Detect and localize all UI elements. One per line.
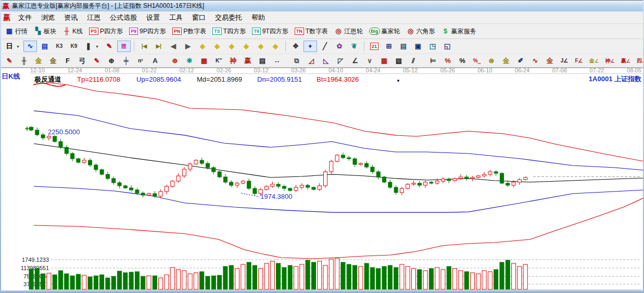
report-list-button[interactable]: ▤ <box>38 41 52 52</box>
last-page-button[interactable]: ▶| <box>152 41 166 52</box>
menu-item-news[interactable]: 资讯 <box>59 12 82 23</box>
trendline-lock-button[interactable]: ╱ <box>318 41 332 52</box>
k9-chart-button[interactable]: K9 <box>67 41 81 52</box>
grid-red-button[interactable]: ▦ <box>377 55 391 67</box>
win-angle-button[interactable]: 赢∠ <box>618 55 633 67</box>
percent-lines-button[interactable]: %‗ <box>470 55 484 67</box>
wave-lines-button[interactable]: ∿ <box>528 55 542 67</box>
kline-chart[interactable]: 12-1012-2401-0801-2202-1202-2603-1203-26… <box>0 68 644 293</box>
menu-item-tools[interactable]: 工具 <box>165 12 187 23</box>
bow-lines-button[interactable]: 弓 <box>75 55 89 67</box>
candle-style-dropdown-icon[interactable]: ▼ <box>95 45 99 48</box>
f-lines-button[interactable]: F <box>61 55 74 67</box>
draw-pencil-button[interactable]: ✎ <box>90 55 104 67</box>
gann-wheel-button[interactable]: ◎江恩轮 <box>332 26 365 37</box>
zoom-right-button[interactable]: ◈ <box>210 41 224 52</box>
chart-area[interactable]: 12-1012-2401-0801-2202-1202-2603-1203-26… <box>0 68 644 293</box>
chart-figure-button[interactable]: ✎ <box>103 41 116 52</box>
golden-lines-2-button[interactable]: 金 <box>46 55 60 67</box>
crosshair-tool-button[interactable]: + <box>304 41 317 52</box>
remote-pc-button[interactable]: ◱ <box>440 41 454 52</box>
kline-button[interactable]: ╫K线 <box>60 26 85 37</box>
shen-angle-button[interactable]: 神∠ <box>602 55 617 67</box>
candle-style-button[interactable]: ❚▼ <box>82 41 102 52</box>
pattern-tool-button[interactable]: ❦ <box>347 41 361 52</box>
menu-item-file[interactable]: 文件 <box>14 12 36 23</box>
price-bars-button[interactable]: ⊨ <box>426 55 440 67</box>
menu-item-window[interactable]: 窗口 <box>187 12 210 23</box>
k3-chart-button[interactable]: K3 <box>53 41 66 52</box>
j-angle-button[interactable]: J∠ <box>558 55 571 67</box>
menu-item-help[interactable]: 帮助 <box>247 12 270 23</box>
period-day-dropdown-icon[interactable]: ▼ <box>16 45 20 48</box>
golden-section-button[interactable]: 金 <box>499 55 513 67</box>
angle-lines-button[interactable]: ∠ <box>348 55 362 67</box>
p-number-table-button[interactable]: PNP数字表 <box>170 26 209 37</box>
title-bar[interactable]: 赢 赢家江恩专业版[赢家内部服务平台] - [上证指数 SH1A0001-167… <box>0 0 644 11</box>
hash-lines-button[interactable]: ╪ <box>119 55 133 67</box>
golden-wave-button[interactable]: 金 <box>543 55 557 67</box>
calculator-button[interactable]: ⊞ <box>382 41 396 52</box>
a-line-button[interactable]: A <box>148 55 162 67</box>
prev-page-button[interactable]: ◀ <box>167 41 180 52</box>
fan-box-button[interactable]: ◸ <box>334 55 347 67</box>
gann-box-button[interactable]: ⧉ <box>290 55 304 67</box>
win-lines-button[interactable]: 赢 <box>241 55 255 67</box>
hexagon-button[interactable]: ◎六角形 <box>404 26 438 37</box>
zoom-vertical-button[interactable]: ◈ <box>254 41 268 52</box>
first-page-button[interactable]: |◀ <box>137 41 151 52</box>
gann-star-button[interactable]: ❋ <box>183 55 196 67</box>
quotes-button[interactable]: ▦行情 <box>3 26 30 37</box>
calendar-button[interactable]: 21 <box>368 41 381 52</box>
gann-grid-square-button[interactable]: ▩ <box>197 55 211 67</box>
t-square-button[interactable]: TST四方形 <box>210 26 248 37</box>
percent-retrace-button[interactable]: % <box>441 55 454 67</box>
shen-lines-button[interactable]: 神 <box>226 55 240 67</box>
hand-tool-button[interactable]: ✥ <box>289 41 302 52</box>
golden-lines-button[interactable]: 金 <box>32 55 45 67</box>
gold-angle-button[interactable]: 金∠ <box>587 55 601 67</box>
zoom-compress-button[interactable]: ◈ <box>239 41 253 52</box>
next-page-button[interactable]: ▶ <box>181 41 195 52</box>
9p-square-button[interactable]: P99P四方形 <box>127 26 169 37</box>
gann-circle-button[interactable]: ⊕ <box>168 55 182 67</box>
v-lines-button[interactable]: ∨ <box>363 55 376 67</box>
menu-item-trade-entrust[interactable]: 交易委托 <box>210 12 247 23</box>
f-angle-button[interactable]: F∠ <box>572 55 586 67</box>
circle-ruler-button[interactable]: ⊕ <box>105 55 118 67</box>
zoom-expand-button[interactable]: ◈ <box>269 41 282 52</box>
zoom-horizontal-button[interactable]: ◈ <box>225 41 238 52</box>
gann-lines-button[interactable]: ╫ <box>17 55 31 67</box>
color-histogram-button[interactable]: ≣ <box>117 41 131 52</box>
k-quote-button[interactable]: K″ <box>212 55 225 67</box>
menu-item-browse[interactable]: 浏览 <box>36 12 59 23</box>
intraday-chart-button[interactable]: ∿ <box>23 41 37 52</box>
width-measure-button[interactable]: ↔ <box>270 55 284 67</box>
sectors-button[interactable]: ▚板块 <box>31 26 59 37</box>
menu-item-gann[interactable]: 江恩 <box>82 12 105 23</box>
draw-compass-button[interactable]: ✎ <box>3 55 16 67</box>
network-pc-button[interactable]: ◳ <box>426 41 439 52</box>
parallel-lines-button[interactable]: ⫽ <box>407 55 420 67</box>
save-button[interactable]: ▣ <box>411 41 425 52</box>
fan-red-button[interactable]: ◿ <box>305 55 318 67</box>
fan-box-purple-button[interactable]: ◺ <box>319 55 333 67</box>
9t-square-button[interactable]: T99T四方形 <box>249 26 291 37</box>
volume-bar <box>82 275 86 289</box>
t-number-table-button[interactable]: TNT数字表 <box>292 26 331 37</box>
menu-item-settings[interactable]: 设置 <box>142 12 165 23</box>
zoom-left-button[interactable]: ◈ <box>196 41 209 52</box>
measure-pencil-button[interactable]: ✐ <box>514 55 527 67</box>
grid-arrow-button[interactable]: ▨ <box>392 55 406 67</box>
winner-service-button[interactable]: $赢家服务 <box>439 26 479 37</box>
ruler-123-button[interactable]: ▤ <box>256 55 269 67</box>
period-day-button[interactable]: 日▼ <box>3 41 22 52</box>
winner-wheel-button[interactable]: Big赢家轮 <box>367 26 403 37</box>
box-tool-button[interactable]: ✿ <box>333 41 346 52</box>
menu-item-formula-picker[interactable]: 公式选股 <box>105 12 142 23</box>
percent-button[interactable]: % <box>456 55 469 67</box>
notes-button[interactable]: ▤ <box>397 41 410 52</box>
golden-circle-button[interactable]: ⊛ <box>485 55 498 67</box>
n-square-button[interactable]: n² <box>134 55 147 67</box>
p-square-button[interactable]: PSP四方形 <box>86 26 125 37</box>
